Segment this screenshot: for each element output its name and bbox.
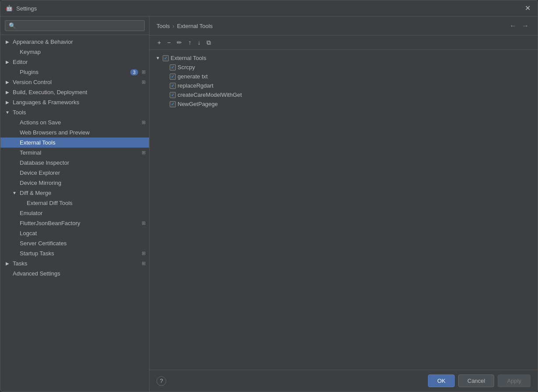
nav-arrows: ← → [508,21,531,31]
tree-item-scrcpy[interactable]: ✓ Scrcpy [150,63,538,72]
tree-item-new-get-pagge[interactable]: ✓ NewGetPagege [150,99,538,109]
expand-icon: ▶ [4,80,11,85]
sidebar-item-languages[interactable]: ▶ Languages & Frameworks [0,97,149,107]
cancel-button[interactable]: Cancel [458,374,494,387]
dialog-title: Settings [16,5,37,12]
vc-settings-icon: ⊞ [142,79,146,85]
app-icon: 🤖 [6,5,13,12]
edit-button[interactable]: ✏ [174,38,185,47]
sidebar-item-appearance[interactable]: ▶ Appearance & Behavior [0,37,149,47]
ok-button[interactable]: OK [428,374,455,387]
move-up-button[interactable]: ↑ [185,38,194,47]
main-panel: Tools › External Tools ← → + − ✏ ↑ ↓ ⧉ [150,17,538,392]
breadcrumb-bar: Tools › External Tools ← → [150,17,538,35]
terminal-settings-icon: ⊞ [142,150,146,155]
sidebar-item-tools[interactable]: ▼ Tools [0,107,149,117]
apply-button[interactable]: Apply [498,374,531,387]
content-area: ▶ Appearance & Behavior Keymap ▶ Editor … [0,17,538,392]
flutter-settings-icon: ⊞ [142,220,146,226]
sidebar-item-terminal[interactable]: Terminal ⊞ [0,148,149,158]
help-button[interactable]: ? [157,376,166,386]
sidebar-item-keymap[interactable]: Keymap [0,47,149,57]
plugins-settings-icon: ⊞ [142,69,146,75]
title-bar-left: 🤖 Settings [6,5,37,12]
startup-settings-icon: ⊞ [142,251,146,256]
sidebar-item-diff-merge[interactable]: ▼ Diff & Merge [0,188,149,198]
breadcrumb: Tools › External Tools [157,23,213,29]
sidebar-item-emulator[interactable]: Emulator [0,208,149,218]
breadcrumb-separator: › [172,23,174,29]
copy-button[interactable]: ⧉ [204,38,214,47]
tree-item-root[interactable]: ▼ ✓ External Tools [150,53,538,63]
tasks-settings-icon: ⊞ [142,261,146,266]
toolbar: + − ✏ ↑ ↓ ⧉ [150,35,538,50]
expand-icon: ▼ [4,110,11,115]
sidebar-item-database-inspector[interactable]: Database Inspector [0,158,149,168]
sidebar-item-device-explorer[interactable]: Device Explorer [0,168,149,178]
expand-icon: ▶ [4,39,11,44]
search-box [0,17,149,35]
sidebar-item-startup-tasks[interactable]: Startup Tasks ⊞ [0,248,149,258]
sidebar-nav: ▶ Appearance & Behavior Keymap ▶ Editor … [0,35,149,392]
remove-button[interactable]: − [164,38,173,47]
sidebar-item-editor[interactable]: ▶ Editor [0,57,149,67]
expand-icon: ▶ [4,261,11,266]
close-button[interactable]: ✕ [523,4,532,13]
sidebar-item-plugins[interactable]: Plugins 3 ⊞ [0,67,149,77]
tree-checkbox-root[interactable]: ✓ [163,55,169,61]
sidebar-item-build-execution[interactable]: ▶ Build, Execution, Deployment [0,87,149,97]
breadcrumb-root: Tools [157,23,170,29]
bottom-bar: ? OK Cancel Apply [150,370,538,392]
tree-expand-icon: ▼ [155,56,161,60]
tree-checkbox-create-care-model[interactable]: ✓ [170,92,176,98]
breadcrumb-current: External Tools [177,23,213,29]
bottom-right: OK Cancel Apply [428,374,531,387]
tree-checkbox-scrcpy[interactable]: ✓ [170,64,176,71]
bottom-left: ? [157,376,166,386]
expand-icon: ▶ [4,60,11,64]
search-input[interactable] [5,20,145,31]
tree-checkbox-replace-rgdart[interactable]: ✓ [170,83,176,89]
sidebar-item-logcat[interactable]: Logcat [0,228,149,238]
tree-item-generate-txt[interactable]: ✓ generate txt [150,72,538,81]
tree-item-replace-rgdart[interactable]: ✓ replaceRgdart [150,81,538,90]
sidebar-item-tasks[interactable]: ▶ Tasks ⊞ [0,258,149,268]
add-button[interactable]: + [155,38,164,47]
sidebar-item-actions-on-save[interactable]: Actions on Save ⊞ [0,117,149,127]
nav-forward-button[interactable]: → [520,21,531,31]
tree-checkbox-new-get-pagge[interactable]: ✓ [170,101,176,107]
tree-checkbox-generate-txt[interactable]: ✓ [170,74,176,80]
sidebar-item-web-browsers[interactable]: Web Browsers and Preview [0,127,149,138]
expand-icon: ▼ [11,191,18,195]
sidebar-item-server-certificates[interactable]: Server Certificates [0,238,149,248]
sidebar-item-advanced-settings[interactable]: Advanced Settings [0,268,149,279]
tree-item-create-care-model[interactable]: ✓ createCareModelWithGet [150,90,538,99]
actions-settings-icon: ⊞ [142,120,146,125]
sidebar-item-device-mirroring[interactable]: Device Mirroring [0,178,149,188]
sidebar-item-version-control[interactable]: ▶ Version Control ⊞ [0,77,149,87]
move-down-button[interactable]: ↓ [195,38,203,47]
sidebar: ▶ Appearance & Behavior Keymap ▶ Editor … [0,17,150,392]
title-bar: 🤖 Settings ✕ [0,0,538,17]
expand-icon: ▶ [4,90,11,95]
expand-icon: ▶ [4,100,11,105]
sidebar-item-external-diff-tools[interactable]: External Diff Tools [0,198,149,208]
settings-dialog: 🤖 Settings ✕ ▶ Appearance & Behavior Key… [0,0,538,392]
sidebar-item-external-tools[interactable]: External Tools [0,138,149,148]
tree-area: ▼ ✓ External Tools ✓ Scrcpy ✓ generate t… [150,50,538,370]
sidebar-item-flutter-json[interactable]: FlutterJsonBeanFactory ⊞ [0,218,149,228]
nav-back-button[interactable]: ← [508,21,518,31]
